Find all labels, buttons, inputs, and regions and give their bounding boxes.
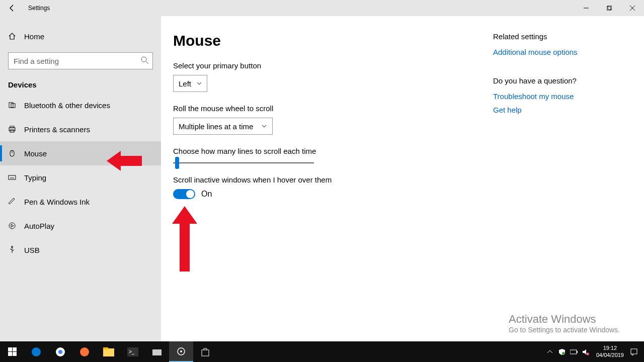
additional-mouse-options-link[interactable]: Additional mouse options bbox=[493, 48, 624, 56]
primary-button-dropdown[interactable]: Left bbox=[173, 75, 207, 92]
battery-icon[interactable] bbox=[568, 341, 580, 362]
svg-point-31 bbox=[80, 347, 89, 356]
svg-rect-36 bbox=[152, 349, 162, 355]
inactive-scroll-toggle[interactable] bbox=[173, 189, 195, 199]
dropdown-value: Left bbox=[179, 79, 191, 88]
sidebar-item-pen[interactable]: Pen & Windows Ink bbox=[0, 190, 161, 214]
start-button[interactable] bbox=[0, 341, 24, 362]
get-help-link[interactable]: Get help bbox=[493, 106, 624, 114]
toggle-knob bbox=[186, 190, 194, 198]
svg-rect-10 bbox=[10, 126, 14, 128]
nav-label: Typing bbox=[24, 173, 46, 182]
svg-rect-27 bbox=[13, 352, 17, 356]
activate-title: Activate Windows bbox=[509, 313, 620, 326]
file-explorer-icon[interactable] bbox=[97, 341, 121, 362]
volume-icon[interactable] bbox=[580, 341, 592, 362]
system-tray[interactable]: 19:12 04/04/2019 bbox=[544, 341, 644, 362]
close-button[interactable] bbox=[621, 0, 644, 16]
home-icon bbox=[8, 32, 16, 40]
svg-marker-23 bbox=[172, 206, 197, 272]
svg-rect-46 bbox=[631, 349, 637, 354]
taskbar[interactable]: >_ 19:12 04/04/2019 bbox=[0, 341, 644, 362]
troubleshoot-link[interactable]: Troubleshoot my mouse bbox=[493, 92, 624, 101]
activate-watermark: Activate Windows Go to Settings to activ… bbox=[509, 313, 620, 334]
security-icon[interactable] bbox=[556, 341, 568, 362]
svg-line-6 bbox=[146, 61, 148, 64]
chrome-icon[interactable] bbox=[48, 341, 72, 362]
back-button[interactable] bbox=[0, 0, 24, 16]
edge-icon[interactable] bbox=[24, 341, 48, 362]
primary-button-label: Select your primary button bbox=[173, 61, 493, 70]
firefox-icon[interactable] bbox=[72, 341, 97, 362]
annotation-arrow-up bbox=[172, 206, 197, 272]
svg-rect-14 bbox=[9, 175, 16, 179]
pen-icon bbox=[8, 198, 16, 206]
inactive-scroll-label: Scroll inactive windows when I hover ove… bbox=[173, 175, 493, 184]
bluetooth-icon bbox=[8, 101, 16, 109]
svg-rect-42 bbox=[577, 351, 578, 353]
scroll-wheel-dropdown[interactable]: Multiple lines at a time bbox=[173, 118, 273, 135]
nav-label: Pen & Windows Ink bbox=[24, 198, 90, 206]
nav-label: Printers & scanners bbox=[24, 125, 90, 134]
svg-rect-2 bbox=[608, 6, 612, 10]
lines-slider[interactable] bbox=[173, 162, 314, 163]
home-label: Home bbox=[24, 32, 44, 41]
activate-sub: Go to Settings to activate Windows. bbox=[509, 326, 620, 334]
sidebar-item-bluetooth[interactable]: Bluetooth & other devices bbox=[0, 93, 161, 117]
toggle-state: On bbox=[201, 190, 212, 199]
section-label: Devices bbox=[0, 69, 161, 93]
time: 19:12 bbox=[596, 345, 624, 351]
dropdown-value: Multiple lines at a time bbox=[179, 122, 253, 131]
sidebar-item-usb[interactable]: USB bbox=[0, 238, 161, 262]
minimize-button[interactable] bbox=[575, 0, 598, 16]
svg-rect-41 bbox=[570, 350, 577, 354]
svg-point-19 bbox=[9, 223, 15, 229]
question-heading: Do you have a question? bbox=[493, 76, 624, 85]
svg-rect-1 bbox=[607, 7, 611, 11]
autoplay-icon bbox=[8, 222, 16, 230]
chevron-down-icon bbox=[261, 122, 267, 131]
chevron-down-icon bbox=[196, 79, 202, 88]
page-title: Mouse bbox=[173, 32, 493, 49]
svg-rect-24 bbox=[8, 347, 12, 351]
nav-label: Bluetooth & other devices bbox=[24, 101, 110, 110]
notifications-icon[interactable] bbox=[628, 341, 640, 362]
slider-thumb[interactable] bbox=[175, 157, 179, 169]
nav-label: USB bbox=[24, 246, 40, 254]
date: 04/04/2019 bbox=[596, 352, 624, 358]
tray-up-icon[interactable] bbox=[544, 341, 556, 362]
lines-label: Choose how many lines to scroll each tim… bbox=[173, 147, 493, 155]
svg-text:>_: >_ bbox=[129, 349, 135, 354]
terminal-icon[interactable]: >_ bbox=[121, 341, 145, 362]
mouse-icon bbox=[8, 149, 16, 157]
svg-point-28 bbox=[32, 347, 41, 356]
titlebar: Settings bbox=[0, 0, 644, 16]
annotation-arrow-left bbox=[107, 151, 142, 171]
app-icon[interactable] bbox=[145, 341, 169, 362]
nav-label: Mouse bbox=[24, 149, 47, 158]
clock[interactable]: 19:12 04/04/2019 bbox=[592, 345, 628, 358]
keyboard-icon bbox=[8, 173, 16, 182]
sidebar-item-home[interactable]: Home bbox=[0, 26, 161, 46]
maximize-button[interactable] bbox=[598, 0, 621, 16]
settings-icon[interactable] bbox=[169, 341, 193, 362]
svg-point-30 bbox=[58, 350, 62, 354]
svg-rect-25 bbox=[13, 347, 17, 351]
scroll-wheel-label: Roll the mouse wheel to scroll bbox=[173, 104, 493, 113]
related-heading: Related settings bbox=[493, 32, 624, 41]
svg-point-5 bbox=[141, 57, 146, 62]
nav-label: AutoPlay bbox=[24, 222, 54, 230]
sidebar: Home Devices Bluetooth & other devices P… bbox=[0, 16, 161, 341]
svg-point-40 bbox=[562, 352, 565, 355]
usb-icon bbox=[8, 246, 16, 254]
printer-icon bbox=[8, 125, 16, 133]
svg-marker-22 bbox=[107, 151, 142, 171]
svg-rect-39 bbox=[202, 350, 209, 356]
store-icon[interactable] bbox=[193, 341, 217, 362]
svg-rect-26 bbox=[8, 352, 12, 356]
sidebar-item-autoplay[interactable]: AutoPlay bbox=[0, 214, 161, 238]
svg-rect-33 bbox=[103, 347, 108, 349]
sidebar-item-printers[interactable]: Printers & scanners bbox=[0, 117, 161, 141]
search-input[interactable] bbox=[8, 52, 153, 69]
window-title: Settings bbox=[28, 5, 50, 12]
